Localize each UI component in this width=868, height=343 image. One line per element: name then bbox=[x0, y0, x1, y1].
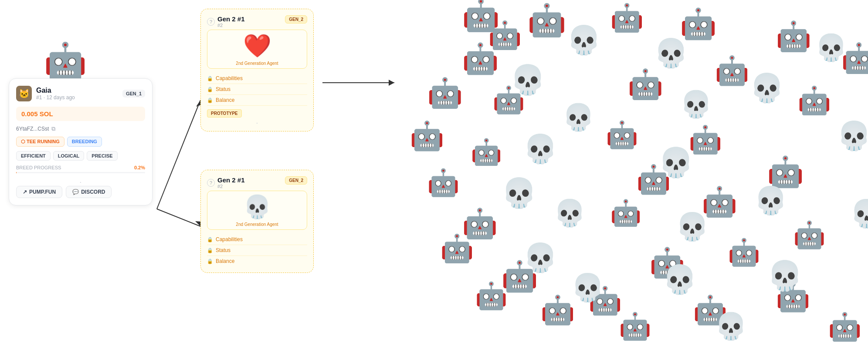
breed-progress-section: BREED PROGRESS 0.2% bbox=[16, 165, 145, 173]
robot-icon-above-card: 🤖 bbox=[44, 44, 87, 78]
help-icon-bottom[interactable]: ? bbox=[207, 179, 215, 187]
robot-emoji-23: 🤖 bbox=[715, 57, 749, 84]
gen2-subtitle-top: #2 bbox=[217, 23, 245, 28]
skull-emoji-18: 💀 bbox=[837, 122, 868, 150]
wallet-address: 6YtaFZ...CSst ⧉ bbox=[16, 125, 145, 132]
robot-emoji-29: 🤖 bbox=[797, 87, 831, 114]
skull-emoji-13: 💀 bbox=[715, 313, 747, 340]
arrow-right bbox=[318, 70, 405, 96]
tags-row: ⬡ TEE RUNNING BREEDING bbox=[16, 137, 145, 147]
gen2-image-label-bottom: 2nd Generation Agent bbox=[236, 222, 278, 227]
skull-emoji-2: 💀 bbox=[562, 104, 595, 131]
robot-emoji-21: 🤖 bbox=[619, 313, 651, 340]
robot-emoji-18: 🤖 bbox=[610, 200, 641, 225]
gen2-card-top: ? Gen 2 #1 #2 GEN_2 ❤️ 2nd Generation Ag… bbox=[200, 9, 314, 131]
robot-emoji-15: 🤖 bbox=[627, 70, 663, 98]
gen2-field-status-bottom: 🔒 Status bbox=[207, 245, 307, 256]
avatar: 🐱 bbox=[16, 86, 32, 101]
lock-icon-3: 🔒 bbox=[207, 98, 213, 103]
robot-emoji-3: 🤖 bbox=[462, 44, 499, 73]
gen2-field-capabilities-top: 🔒 Capabilities bbox=[207, 73, 307, 84]
progress-label: BREED PROGRESS 0.2% bbox=[16, 165, 145, 170]
robot-emoji-26: 🤖 bbox=[728, 239, 760, 266]
robot-emoji-31: 🤖 bbox=[793, 222, 826, 248]
agent-card-info: 🐱 Gaia #1 · 12 days ago bbox=[16, 86, 75, 101]
agent-meta: #1 · 12 days ago bbox=[36, 94, 75, 101]
copy-icon[interactable]: ⧉ bbox=[51, 125, 55, 132]
skull-emoji-8: 💀 bbox=[654, 39, 688, 67]
lock-icon-5: 🔒 bbox=[207, 248, 213, 253]
gen2-image-label-top: 2nd Generation Agent bbox=[236, 61, 278, 66]
tag-logical: LOGICAL bbox=[53, 151, 85, 161]
skull-emoji-5: 💀 bbox=[553, 200, 586, 226]
robot-emoji-22: 🤖 bbox=[680, 9, 717, 38]
agent-name: Gaia bbox=[36, 87, 75, 94]
robot-emoji-8: 🤖 bbox=[427, 170, 460, 196]
robot-emoji-6: 🤖 bbox=[410, 122, 444, 150]
skull-emoji-6: 💀 bbox=[523, 244, 558, 272]
tag-breeding[interactable]: BREEDING bbox=[67, 137, 102, 147]
agent-card-header: 🐱 Gaia #1 · 12 days ago GEN_1 bbox=[16, 86, 145, 101]
gen2-header-top: ? Gen 2 #1 #2 GEN_2 bbox=[207, 15, 307, 28]
help-icon-top[interactable]: ? bbox=[207, 18, 215, 26]
skull-emoji-19: 💀 bbox=[850, 200, 868, 227]
agent-card: 🐱 Gaia #1 · 12 days ago GEN_1 0.005 SOL … bbox=[9, 78, 153, 205]
svg-line-0 bbox=[157, 100, 200, 209]
sol-amount: 0.005 SOL bbox=[21, 110, 140, 118]
skull-emoji-7: 💀 bbox=[571, 274, 604, 301]
gen-badge: GEN_1 bbox=[122, 90, 145, 98]
skull-emoji-15: 💀 bbox=[754, 187, 787, 214]
pump-fun-button[interactable]: ↗ PUMP.FUN bbox=[16, 186, 62, 198]
robot-emoji-10: 🤖 bbox=[440, 235, 474, 262]
skull-emoji-1: 💀 bbox=[510, 65, 546, 94]
skull-emoji-3: 💀 bbox=[523, 135, 558, 163]
robot-emoji-30: 🤖 bbox=[767, 157, 804, 186]
lock-icon-1: 🔒 bbox=[207, 76, 213, 81]
gen2-subtitle-bottom: #2 bbox=[217, 184, 245, 189]
skull-emoji-11: 💀 bbox=[675, 213, 709, 240]
tag-tee[interactable]: ⬡ TEE RUNNING bbox=[16, 137, 64, 147]
tag-efficient: EFFICIENT bbox=[16, 151, 51, 161]
skull-emoji-16: 💀 bbox=[767, 261, 803, 290]
gen2-header-bottom: ? Gen 2 #1 #2 GEN_2 bbox=[207, 176, 307, 189]
robot-emoji-4: 🤖 bbox=[427, 78, 463, 107]
robot-emoji-1: 🤖 bbox=[527, 4, 566, 36]
gen2-field-status-top: 🔒 Status bbox=[207, 84, 307, 95]
robot-emoji-7: 🤖 bbox=[471, 139, 502, 165]
discord-button[interactable]: 💬 DISCORD bbox=[66, 186, 112, 198]
gen2-badge-bottom: GEN_2 bbox=[285, 176, 307, 185]
trait-tags-row: EFFICIENT LOGICAL PRECISE bbox=[16, 151, 145, 161]
skull-emoji-4: 💀 bbox=[501, 178, 537, 207]
lock-icon-2: 🔒 bbox=[207, 87, 213, 92]
prototype-badge: PROTOTYPE bbox=[207, 109, 242, 118]
gen2-image-area-bottom: 💀 2nd Generation Agent bbox=[207, 191, 307, 230]
gen2-card-bottom: ? Gen 2 #1 #2 GEN_2 💀 2nd Generation Age… bbox=[200, 170, 314, 273]
tag-precise: PRECISE bbox=[87, 151, 117, 161]
robot-emoji-12: 🤖 bbox=[475, 283, 508, 309]
lock-icon-6: 🔒 bbox=[207, 259, 213, 264]
gen2-field-capabilities-bottom: 🔒 Capabilities bbox=[207, 234, 307, 245]
gen2-title-bottom: Gen 2 #1 bbox=[217, 176, 245, 184]
progress-value: 0.2% bbox=[134, 165, 145, 170]
action-buttons: ↗ PUMP.FUN 💬 DISCORD bbox=[16, 186, 145, 198]
skull-emoji-9: 💀 bbox=[680, 91, 712, 118]
gen2-image-area-top: ❤️ 2nd Generation Agent bbox=[207, 30, 307, 69]
robot-emoji-16: 🤖 bbox=[606, 122, 638, 148]
skull-emoji-12: 💀 bbox=[662, 266, 697, 293]
gen2-field-balance-top: 🔒 Balance bbox=[207, 95, 307, 106]
robot-emoji-28: 🤖 bbox=[776, 22, 811, 50]
gen2-field-balance-bottom: 🔒 Balance bbox=[207, 256, 307, 266]
robot-emoji-13: 🤖 bbox=[540, 296, 575, 324]
progress-bar bbox=[16, 172, 145, 173]
skull-emoji-0: 💀 bbox=[566, 26, 601, 54]
sol-balance-section: 0.005 SOL bbox=[16, 107, 145, 121]
skull-emoji-17: 💀 bbox=[815, 35, 848, 61]
robot-emoji-33: 🤖 bbox=[828, 313, 861, 340]
robot-emoji-14: 🤖 bbox=[610, 4, 644, 31]
svg-line-2 bbox=[157, 209, 200, 226]
skull-emoji-14: 💀 bbox=[749, 74, 784, 102]
skull-emoji-10: 💀 bbox=[658, 148, 694, 177]
gen2-badge-top: GEN_2 bbox=[285, 15, 307, 24]
lock-icon-4: 🔒 bbox=[207, 237, 213, 242]
gen2-title-top: Gen 2 #1 bbox=[217, 15, 245, 23]
